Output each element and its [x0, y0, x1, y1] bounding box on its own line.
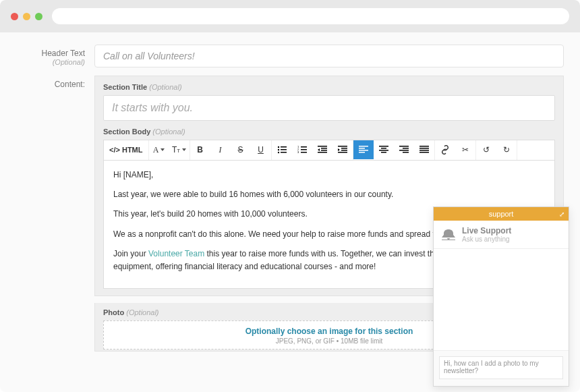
section-title-label: Section Title	[103, 83, 147, 91]
header-text-label: Header Text	[16, 49, 85, 58]
svg-rect-25	[359, 152, 365, 153]
header-text-input[interactable]	[94, 45, 564, 67]
section-body-label: Section Body	[103, 128, 150, 136]
app-window: Header Text (Optional) Content: Section …	[0, 0, 580, 392]
support-message-input[interactable]: Hi, how can I add a photo to my newslett…	[439, 356, 563, 379]
link-button[interactable]	[435, 140, 455, 159]
svg-rect-16	[318, 152, 327, 153]
font-size-dropdown[interactable]: TT	[169, 140, 190, 159]
strikethrough-button[interactable]: S	[231, 140, 251, 159]
svg-marker-14	[318, 148, 320, 151]
minimize-icon[interactable]	[23, 13, 30, 20]
support-header-label: support	[489, 210, 514, 218]
svg-rect-18	[341, 148, 347, 149]
content-label: Content:	[16, 80, 85, 89]
editor-line: Last year, we were able to build 16 home…	[113, 188, 545, 201]
svg-rect-1	[281, 146, 287, 148]
svg-rect-11	[301, 152, 307, 153]
support-title-row: Live Support Ask us anything	[434, 221, 569, 249]
support-subtitle: Ask us anything	[462, 235, 511, 243]
redo-button[interactable]: ↻	[496, 140, 517, 159]
svg-rect-13	[321, 148, 327, 149]
svg-rect-26	[379, 146, 388, 147]
align-justify-button[interactable]	[414, 140, 434, 159]
unlink-button[interactable]: ✂	[455, 140, 475, 159]
svg-rect-27	[381, 148, 386, 149]
svg-rect-33	[403, 152, 409, 153]
editor-toolbar: </> HTML A TT B I S U	[103, 140, 555, 160]
svg-rect-36	[419, 150, 429, 151]
support-body	[434, 249, 569, 350]
svg-rect-5	[281, 152, 287, 153]
italic-button[interactable]: I	[210, 140, 231, 159]
font-family-dropdown[interactable]: A	[149, 140, 169, 159]
url-bar[interactable]	[52, 8, 569, 24]
svg-rect-24	[359, 150, 368, 151]
window-controls	[11, 13, 42, 20]
svg-rect-21	[338, 152, 347, 153]
zoom-icon[interactable]	[35, 13, 42, 20]
optional-label: (Optional)	[126, 308, 158, 316]
svg-rect-32	[399, 150, 409, 151]
support-widget: support ⤢ Live Support Ask us anything H…	[433, 206, 569, 387]
support-title: Live Support	[462, 226, 511, 235]
align-left-button[interactable]	[353, 140, 374, 159]
svg-rect-34	[419, 146, 429, 147]
ordered-list-button[interactable]: 123	[292, 140, 312, 159]
expand-icon[interactable]: ⤢	[559, 211, 564, 218]
support-header[interactable]: support ⤢	[434, 207, 569, 221]
svg-rect-31	[403, 148, 409, 149]
svg-rect-15	[321, 150, 327, 151]
indent-button[interactable]	[332, 140, 353, 159]
svg-rect-22	[359, 146, 368, 147]
svg-rect-28	[379, 150, 388, 151]
titlebar	[0, 0, 580, 32]
section-title-input[interactable]	[103, 95, 555, 121]
html-source-button[interactable]: </> HTML	[104, 140, 148, 159]
unordered-list-button[interactable]	[272, 140, 292, 159]
svg-rect-29	[381, 152, 386, 153]
optional-label: (Optional)	[149, 83, 181, 91]
svg-rect-35	[419, 148, 429, 149]
bell-icon	[440, 228, 457, 242]
optional-label: (Optional)	[16, 58, 85, 66]
svg-rect-17	[338, 146, 347, 147]
close-icon[interactable]	[11, 13, 18, 20]
svg-rect-37	[419, 152, 429, 153]
svg-marker-19	[338, 148, 340, 151]
svg-text:3: 3	[297, 150, 299, 154]
svg-point-2	[277, 149, 279, 150]
svg-rect-20	[341, 150, 347, 151]
svg-rect-3	[281, 149, 287, 150]
svg-point-0	[277, 146, 279, 148]
photo-label: Photo	[103, 308, 124, 316]
svg-rect-30	[399, 146, 409, 147]
undo-button[interactable]: ↺	[476, 140, 496, 159]
svg-rect-23	[359, 148, 365, 149]
outdent-button[interactable]	[312, 140, 332, 159]
svg-rect-9	[301, 149, 307, 150]
volunteer-team-link[interactable]: Volunteer Team	[148, 249, 204, 258]
svg-rect-12	[318, 146, 327, 147]
svg-rect-7	[301, 146, 307, 148]
svg-point-4	[277, 152, 279, 153]
underline-button[interactable]: U	[251, 140, 271, 159]
bold-button[interactable]: B	[190, 140, 210, 159]
editor-line: Hi [NAME],	[113, 169, 545, 181]
align-right-button[interactable]	[394, 140, 414, 159]
align-center-button[interactable]	[374, 140, 394, 159]
optional-label: (Optional)	[152, 128, 185, 136]
